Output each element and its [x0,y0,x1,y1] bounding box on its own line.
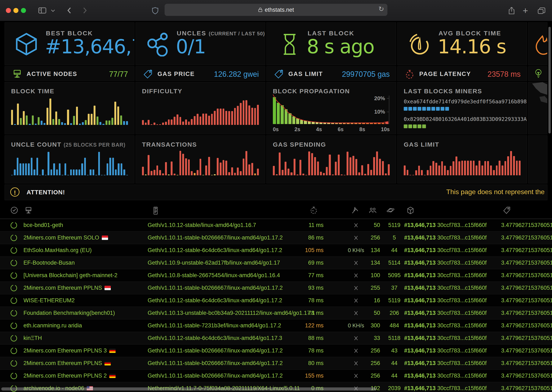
bar [157,165,158,175]
bar [148,155,150,175]
bar [279,153,281,175]
table-row[interactable]: eth.icanmining.ru aridiaGeth/v1.10.11-st… [0,319,552,332]
node-last-block: #13,646,713 [404,282,436,294]
bar [64,123,66,125]
bar [302,174,304,175]
table-row[interactable]: 2Miners.com Ethereum PPLNSGeth/v1.10.11-… [0,282,552,294]
best-block-panel: BEST BLOCK #13,646,713 [5,22,135,65]
node-total-difficulty: 3.477962715376051e+22 [501,357,552,369]
node-pending-tx: 5095 [384,269,404,281]
node-total-difficulty: 3.477962715376051e+22 [501,294,552,307]
sidebar-toggle-icon[interactable] [38,6,46,15]
node-peers: 256 [363,231,380,244]
table-row[interactable]: 2Miners.com Ethereum SOLOGeth/v1.10.11-s… [0,231,552,244]
bar [504,161,506,175]
bar [36,158,38,175]
node-type-icon [152,206,159,215]
node-latency: 77 ms [296,269,323,281]
table-row[interactable]: [Universa Blockchain] geth-mainnet-2Geth… [0,269,552,282]
uptime-panel-partial [528,66,547,81]
bar [211,175,213,175]
mining-pickaxe-icon [351,206,358,214]
zoom-window-button[interactable] [21,8,26,13]
node-type: Geth/v1.10.11-stable-b0266667/linux-amd6… [148,357,283,369]
node-peers: 50 [363,307,380,319]
bar [100,122,101,125]
table-row[interactable]: EF-Bootnode-BusanGeth/v1.10.9-unstable-6… [0,257,552,269]
bar [245,100,247,125]
bar [23,111,25,125]
table-row[interactable]: 2Miners.com Ethereum PPLNS 3Geth/v1.10.1… [0,344,552,357]
node-status-icon [10,347,18,355]
uncle-count-chart [11,151,128,175]
bar [76,107,78,125]
miner-block-squares [404,125,521,128]
bar [93,169,94,175]
node-pending-tx: 44 [384,357,404,369]
chevron-down-icon[interactable] [51,9,55,12]
node-total-difficulty: 3.477962715376051e+22 [501,319,552,332]
table-row[interactable]: EthSolo.MaxHash.org (EU)Geth/v1.10.12-st… [0,244,552,257]
bar [432,161,434,175]
refresh-icon[interactable]: ↻ [378,5,384,13]
node-name: bce-bnd01-geth [23,219,63,231]
horizontal-scrollbar[interactable] [1,387,377,391]
node-peers: 100 [363,269,380,281]
table-row[interactable]: WISE-ETHEREUM2Geth/v1.10.12-stable-6c4dc… [0,294,552,307]
node-peers: 134 [363,257,380,269]
bar [364,174,366,175]
bar [29,124,31,125]
bar [112,158,114,175]
active-nodes-label: ACTIVE NODES [27,70,77,77]
node-latency: 11 ms [296,219,323,231]
minimize-window-button[interactable] [13,8,18,13]
node-last-block: #13,646,713 [404,382,436,392]
close-window-button[interactable] [6,8,11,13]
block-time-chart [11,98,128,125]
node-block-hash: 30ccf783...c15f660f [437,319,487,332]
difficulty-chart [142,98,259,125]
node-status-icon [10,335,18,342]
table-row[interactable]: kinΞTHGeth/v1.10.12-stable-6c4dc6c3/linu… [0,332,552,344]
gas-spending-title: GAS SPENDING [273,141,326,148]
bar [182,121,184,125]
node-pending-tx: 5114 [384,257,404,269]
node-pending-tx: 5118 [384,332,404,344]
node-total-difficulty: 3.477962715376051e+22 [501,332,552,344]
vertical-scrollbar[interactable] [548,27,551,133]
node-name: Foundation Benchmarking(bench01) [23,307,115,319]
block-cube-icon [407,206,414,214]
address-bar[interactable]: ethstats.net ↻ [165,4,387,16]
node-status-icon [10,309,18,317]
bar [282,170,284,175]
privacy-shield-icon[interactable] [151,6,159,15]
node-latency: 78 ms [296,307,323,319]
active-nodes-value: 77/77 [109,70,128,79]
bar [335,162,337,175]
miner-address[interactable]: 0xea674fdde714fd979de3edf0f56aa9716b898e… [404,98,527,105]
miner-address[interactable]: 0x829BD824B016326A401d083B33D092293333A8… [404,116,527,122]
bar [182,154,184,175]
flag-de-icon [105,361,111,365]
bar [285,162,287,175]
table-row[interactable]: 2Miners.com Ethereum PPLNS 2Geth/v1.10.1… [0,370,552,382]
stopwatch-icon [405,69,415,79]
new-tab-button[interactable]: + [523,6,528,16]
bar [407,170,409,175]
share-icon[interactable] [508,6,516,15]
back-button[interactable] [66,6,73,15]
table-row[interactable]: 2Miners.com Ethereum PPLNSGeth/v1.10.11-… [0,357,552,370]
table-row[interactable]: Foundation Benchmarking(bench01)Geth/v1.… [0,307,552,319]
bar [450,166,452,175]
tab-overview-icon[interactable] [537,6,546,15]
node-block-hash: 30ccf783...c15f660f [437,344,487,357]
node-status-icon [10,297,18,304]
forward-button[interactable] [81,6,88,15]
gauge-icon [407,32,431,56]
flag-sg-icon [102,236,108,240]
node-block-hash: 30ccf783...c15f660f [437,357,487,369]
bar [52,119,54,125]
bar [174,174,175,175]
table-row[interactable]: bce-bnd01-gethGeth/v1.10.12-stable/linux… [0,219,552,231]
node-block-hash: 30ccf783...c15f660f [437,307,487,319]
